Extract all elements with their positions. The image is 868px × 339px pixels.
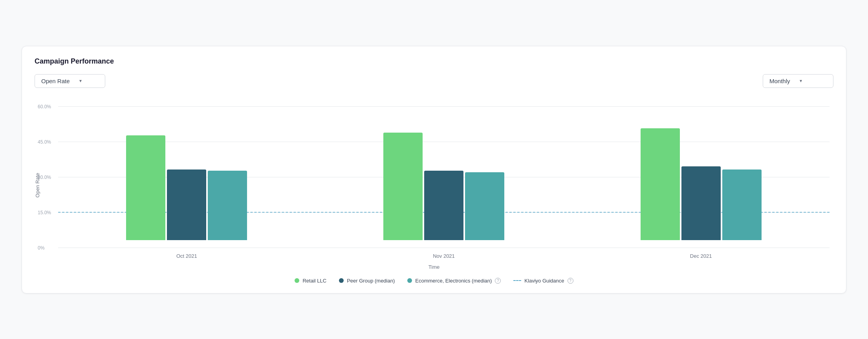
bar-retail [383,133,423,240]
period-dropdown-arrow: ▾ [800,78,802,84]
bar-peer [424,171,463,240]
bar-retail [126,135,165,240]
bar-ecommerce [722,170,762,240]
legend-item: Peer Group (median) [339,278,395,284]
metric-label: Open Rate [41,78,70,84]
legend-dot [295,278,299,283]
y-tick-label: 45.0% [38,139,51,145]
y-tick-label: 30.0% [38,175,51,180]
x-axis: Oct 2021Nov 2021Dec 2021 [58,253,830,259]
legend-label: Peer Group (median) [347,278,395,284]
period-label: Monthly [769,78,790,84]
legend-item: Ecommerce, Electronics (median)? [407,278,501,284]
legend-label: Ecommerce, Electronics (median) [415,278,492,284]
card-title: Campaign Performance [35,57,833,66]
bar-peer [681,166,721,240]
legend-question-icon[interactable]: ? [568,278,573,284]
bar-retail [641,128,680,240]
legend-label: Retail LLC [302,278,326,284]
chart-area: Open Rate 60.0%45.0%30.0%15.0%0% Oct 202… [35,99,833,272]
metric-dropdown[interactable]: Open Rate ▾ [35,74,105,88]
legend: Retail LLCPeer Group (median)Ecommerce, … [35,278,833,284]
bar-ecommerce [208,171,247,240]
bar-peer [167,170,206,240]
legend-dash [513,280,521,281]
y-tick-label: 15.0% [38,210,51,215]
grid-line [58,248,830,248]
controls-bar: Open Rate ▾ Monthly ▾ [35,74,833,88]
month-group [572,128,830,240]
metric-dropdown-arrow: ▾ [79,78,82,84]
campaign-performance-card: Campaign Performance Open Rate ▾ Monthly… [22,46,846,293]
period-dropdown[interactable]: Monthly ▾ [763,74,833,88]
bars-container [58,99,830,240]
legend-dot [407,278,412,283]
legend-item: Klaviyo Guidance? [513,278,573,284]
month-group [58,135,315,240]
legend-label: Klaviyo Guidance [524,278,564,284]
chart-inner: 60.0%45.0%30.0%15.0%0% [58,99,830,248]
legend-item: Retail LLC [295,278,326,284]
x-tick-label: Nov 2021 [315,253,573,259]
legend-question-icon[interactable]: ? [495,278,501,284]
x-tick-label: Oct 2021 [58,253,315,259]
month-group [315,133,573,240]
x-tick-label: Dec 2021 [572,253,830,259]
bar-ecommerce [465,172,504,240]
y-tick-label: 0% [38,245,44,251]
y-tick-label: 60.0% [38,104,51,109]
legend-dot [339,278,344,283]
x-axis-title: Time [429,264,439,270]
